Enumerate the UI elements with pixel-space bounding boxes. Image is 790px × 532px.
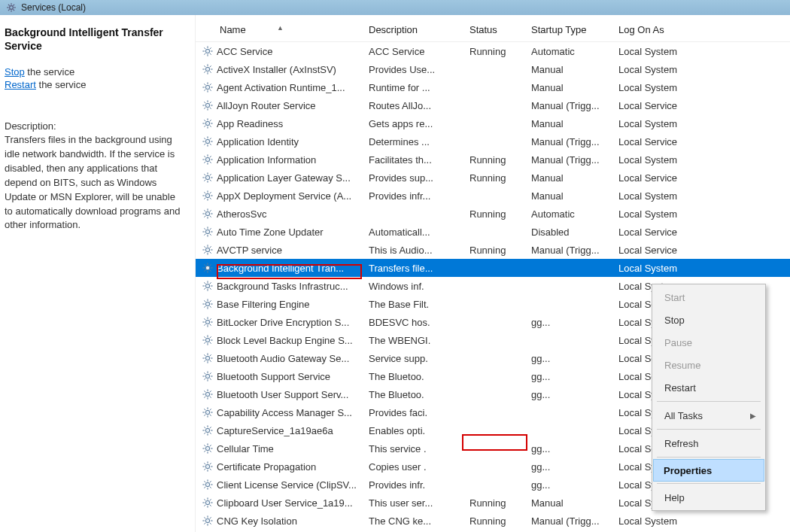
svg-point-99	[205, 230, 209, 233]
cell-name: Application Information	[196, 154, 369, 166]
svg-line-161	[210, 336, 211, 338]
cell-description: The Base Filt.	[369, 299, 469, 310]
svg-line-133	[204, 288, 205, 290]
cell-logon: Local System	[618, 154, 709, 166]
svg-line-134	[210, 282, 211, 284]
menu-refresh[interactable]: Refresh	[654, 432, 764, 454]
svg-point-234	[205, 500, 209, 504]
svg-line-79	[204, 180, 205, 181]
service-gear-icon	[202, 135, 214, 147]
column-header-name[interactable]: Name ▲	[196, 24, 369, 35]
menu-start[interactable]: Start	[654, 286, 764, 309]
service-row[interactable]: Agent Activation Runtime_1...Runtime for…	[196, 78, 790, 96]
cell-logon: Local System	[618, 82, 709, 93]
cell-description: Routes AllJo...	[369, 100, 469, 111]
cell-name: Background Intelligent Tran...	[196, 262, 369, 274]
menu-separator	[657, 429, 761, 430]
services-icon	[6, 2, 17, 13]
service-gear-icon	[202, 352, 214, 364]
cell-description: Provides sup...	[369, 172, 469, 184]
service-row[interactable]: AppX Deployment Service (A...Provides in…	[196, 187, 790, 205]
service-row[interactable]: AllJoyn Router ServiceRoutes AllJo...Man…	[196, 96, 790, 114]
cell-startup: Manual	[531, 82, 618, 93]
svg-line-140	[204, 300, 205, 302]
menu-restart[interactable]: Restart	[654, 376, 764, 399]
service-row[interactable]: App ReadinessGets apps re...ManualLocal …	[196, 114, 790, 132]
stop-link[interactable]: Stop	[5, 66, 25, 78]
svg-line-159	[210, 342, 211, 344]
menu-help[interactable]: Help	[654, 486, 764, 509]
cell-startup: Manual (Trigg...	[531, 100, 618, 111]
svg-line-42	[210, 108, 211, 109]
svg-line-32	[204, 84, 205, 85]
cell-description: Automaticall...	[369, 226, 469, 238]
svg-line-16	[204, 53, 205, 55]
svg-line-107	[210, 228, 211, 230]
service-row[interactable]: ActiveX Installer (AxInstSV)Provides Use…	[196, 60, 790, 78]
svg-line-176	[204, 372, 205, 374]
cell-startup: Manual	[531, 190, 618, 202]
svg-line-222	[210, 469, 211, 470]
svg-point-135	[205, 302, 209, 306]
cell-startup: gg...	[531, 389, 618, 400]
cell-startup: Manual (Trigg...	[531, 245, 618, 256]
cell-startup: gg...	[531, 479, 618, 491]
service-row[interactable]: AVCTP serviceThis is Audio...RunningManu…	[196, 241, 790, 259]
cell-startup: gg...	[531, 461, 618, 473]
svg-line-105	[210, 234, 211, 236]
svg-line-124	[204, 270, 205, 272]
service-gear-icon	[202, 280, 214, 292]
svg-line-251	[210, 517, 211, 518]
cell-description: This user ser...	[369, 497, 469, 509]
cell-name: BitLocker Drive Encryption S...	[196, 316, 369, 328]
svg-line-131	[204, 282, 205, 284]
svg-line-249	[210, 523, 211, 524]
menu-resume[interactable]: Resume	[654, 354, 764, 376]
cell-description: Transfers file...	[369, 263, 469, 274]
service-row[interactable]: Auto Time Zone UpdaterAutomaticall...Dis…	[196, 223, 790, 241]
svg-line-96	[210, 216, 211, 217]
svg-line-197	[210, 409, 211, 410]
stop-text: the service	[25, 66, 74, 78]
svg-line-5	[8, 5, 10, 6]
service-gear-icon	[202, 262, 214, 274]
svg-line-6	[13, 9, 14, 11]
svg-line-149	[204, 318, 205, 320]
service-row[interactable]: ACC ServiceACC ServiceRunningAutomaticLo…	[196, 42, 790, 60]
column-header-logon[interactable]: Log On As	[618, 24, 709, 35]
service-row[interactable]: Application IdentityDetermines ...Manual…	[196, 132, 790, 150]
svg-line-62	[210, 138, 211, 139]
svg-line-241	[204, 505, 205, 506]
service-row[interactable]: AtherosSvcRunningAutomaticLocal System	[196, 205, 790, 223]
svg-line-77	[204, 174, 205, 175]
cell-description: ACC Service	[369, 46, 469, 57]
menu-pause[interactable]: Pause	[654, 331, 764, 354]
cell-name: Bluetooth User Support Serv...	[196, 388, 369, 400]
cell-startup: Manual (Trigg...	[531, 515, 618, 527]
menu-all-tasks[interactable]: All Tasks ▶	[654, 404, 764, 427]
cell-startup: Automatic	[531, 208, 618, 220]
restart-link[interactable]: Restart	[5, 79, 36, 90]
column-header-startup[interactable]: Startup Type	[531, 24, 618, 35]
cell-name: CaptureService_1a19ae6a	[196, 424, 369, 436]
menu-stop[interactable]: Stop	[654, 309, 764, 331]
column-header-status[interactable]: Status	[469, 24, 531, 35]
cell-logon: Local Service	[618, 136, 709, 147]
svg-line-196	[204, 415, 205, 416]
menu-properties[interactable]: Properties	[653, 459, 764, 482]
column-header-description[interactable]: Description	[369, 24, 469, 35]
cell-startup: gg...	[531, 443, 618, 454]
svg-line-215	[210, 445, 211, 446]
cell-description: Provides faci.	[369, 407, 469, 418]
service-row[interactable]: Background Intelligent Tran...Transfers …	[196, 259, 790, 277]
service-row[interactable]: CNG Key IsolationThe CNG ke...RunningMan…	[196, 512, 790, 530]
cell-logon: Local System	[618, 64, 709, 75]
cell-startup: Manual	[531, 172, 618, 184]
svg-line-95	[204, 210, 205, 211]
detail-panel: Background Intelligent Transfer Service …	[0, 15, 196, 532]
service-row[interactable]: Application Layer Gateway S...Provides s…	[196, 169, 790, 187]
context-menu: Start Stop Pause Resume Restart All Task…	[652, 284, 766, 511]
service-row[interactable]: Application InformationFacilitates th...…	[196, 150, 790, 169]
svg-point-63	[205, 157, 209, 161]
cell-name: Capability Access Manager S...	[196, 406, 369, 418]
